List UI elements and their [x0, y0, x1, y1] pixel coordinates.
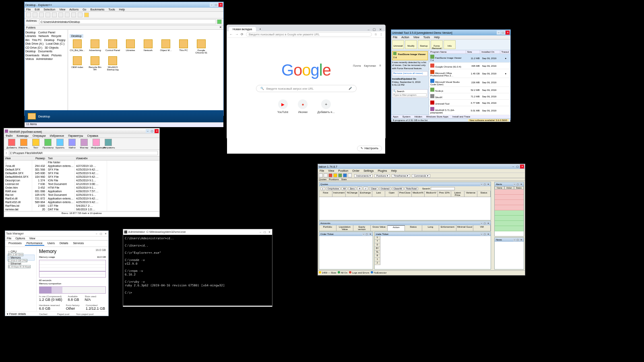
- file-row[interactable]: ..File folder: [4, 160, 159, 164]
- quotes-tool[interactable]: ✓: [363, 187, 368, 190]
- toolbar-button[interactable]: Info: [444, 40, 456, 49]
- toolbar-icon[interactable]: [343, 173, 347, 177]
- desktop-item[interactable]: Recycle Bin R4: [87, 56, 103, 71]
- side-button[interactable]: V: [375, 236, 380, 240]
- menu-item[interactable]: Install and Trace: [452, 115, 470, 118]
- toolbar-icon[interactable]: [328, 173, 332, 177]
- voice-icon[interactable]: 🎤: [349, 87, 352, 90]
- file-row[interactable]: RarExt32.dll589 864Application extens…4/…: [4, 200, 159, 204]
- col-header[interactable]: Latest Price: [451, 191, 464, 197]
- menu-item[interactable]: View: [59, 8, 65, 11]
- desktop-item[interactable]: Google Chrome 91: [194, 39, 209, 54]
- col-header[interactable]: Status: [405, 225, 422, 231]
- menu-item[interactable]: File: [320, 169, 324, 172]
- menu-item[interactable]: Options: [15, 237, 25, 240]
- address-input[interactable]: [39, 19, 216, 24]
- menu-item[interactable]: Position: [338, 169, 348, 172]
- close-button[interactable]: ✕: [103, 232, 107, 236]
- quotes-tool[interactable]: Zero: [348, 187, 356, 190]
- menu-item[interactable]: This PC: [31, 39, 42, 41]
- program-row[interactable]: FastStone Image Viewer 7.411.2 MBSep 06,…: [429, 54, 510, 63]
- close-icon[interactable]: ✕: [487, 222, 489, 225]
- toolbar-dropdown[interactable]: Timeframes ▾: [392, 174, 410, 177]
- desktop-item[interactable]: OEM index: [70, 56, 85, 71]
- forward-button[interactable]: →: [235, 33, 238, 36]
- file-row[interactable]: RarFiles.lst2 065LST File5/4/2017 2:…: [4, 204, 159, 208]
- toolbar-button[interactable]: Modify: [405, 40, 417, 49]
- back-button[interactable]: ←: [229, 33, 233, 36]
- col-name[interactable]: Имя: [4, 156, 32, 160]
- go-button[interactable]: [217, 19, 222, 24]
- side-button[interactable]: 1: [375, 258, 380, 261]
- desktop-item[interactable]: Libraries: [123, 39, 138, 54]
- max-icon[interactable]: ▢: [483, 233, 486, 236]
- col-size[interactable]: Размер: [32, 156, 47, 160]
- min-icon[interactable]: –: [362, 233, 365, 236]
- minimize-button[interactable]: –: [258, 230, 262, 234]
- menu-item[interactable]: Documents: [37, 50, 52, 53]
- close-button[interactable]: ✕: [219, 3, 223, 7]
- col-header[interactable]: Instrument: [332, 191, 346, 197]
- menu-item[interactable]: Файл: [6, 134, 12, 137]
- col-date[interactable]: Installed On: [480, 50, 500, 53]
- menu-item[interactable]: Windows Store Apps: [426, 115, 448, 118]
- file-row[interactable]: Order.htm3 452HTM File4/25/2019 9:1…: [4, 186, 159, 189]
- copy-icon[interactable]: [52, 12, 57, 17]
- side-button[interactable]: D: [375, 243, 380, 247]
- min-icon[interactable]: –: [480, 183, 483, 186]
- col-mod[interactable]: Изменён: [75, 156, 107, 160]
- desktop-item[interactable]: This PC: [176, 39, 191, 54]
- col-header[interactable]: Action: [504, 186, 514, 189]
- maximize-button[interactable]: ▢: [516, 165, 520, 169]
- menu-item[interactable]: Desktop: [25, 31, 36, 34]
- col-size[interactable]: Size: [466, 50, 480, 53]
- min-icon[interactable]: –: [480, 222, 483, 225]
- menu-item[interactable]: 3D Objects: [44, 46, 59, 49]
- cmd-output[interactable]: C:\Users\Administrator>cd.. C:\Users>cd.…: [123, 235, 272, 306]
- close-icon[interactable]: ✕: [520, 183, 522, 186]
- ntp-shortcut[interactable]: +Добавить я…: [317, 99, 335, 113]
- toolbar-dropdown[interactable]: Positions ▾: [374, 174, 390, 177]
- menu-item[interactable]: Selection: [43, 8, 55, 11]
- close-button[interactable]: ✕: [520, 165, 524, 169]
- col-header[interactable]: Fave: [319, 191, 332, 197]
- side-button[interactable]: T: [375, 240, 380, 243]
- desktop-item[interactable]: Object M...: [158, 39, 173, 54]
- col-name[interactable]: Program Name: [429, 50, 466, 53]
- maximize-button[interactable]: ▢: [263, 230, 267, 234]
- toolbar-button[interactable]: Найти: [67, 139, 77, 149]
- properties-icon[interactable]: [71, 12, 76, 17]
- col-header[interactable]: Variance: [464, 191, 478, 197]
- taskman-titlebar[interactable]: Task Manager –▢✕: [5, 231, 108, 237]
- menu-item[interactable]: Pictures: [51, 54, 62, 57]
- menu-item[interactable]: View: [413, 36, 419, 39]
- maximize-button[interactable]: ▢: [99, 232, 103, 236]
- menu-item[interactable]: Order: [352, 169, 359, 172]
- perf-category[interactable]: ○ CPU0% 2.39 GHz: [7, 249, 35, 255]
- location-tab[interactable]: Desktop: [70, 34, 83, 38]
- quotes-tool[interactable]: TicksTotal: [405, 187, 418, 190]
- max-icon[interactable]: ▢: [516, 183, 519, 186]
- program-row[interactable]: Node.js52.2 MBSep 06, 2019: [429, 87, 510, 93]
- col-header[interactable]: Action: [388, 225, 405, 231]
- minimize-button[interactable]: –: [368, 28, 369, 31]
- toolbar-button[interactable]: Добавить: [6, 139, 17, 149]
- menu-item[interactable]: File: [393, 36, 397, 39]
- col-header[interactable]: Open: [385, 191, 398, 197]
- menu-item[interactable]: Help: [391, 169, 396, 172]
- menu-item[interactable]: Music: [41, 54, 49, 57]
- file-row[interactable]: Default64.SFX345 600SFX File4/25/2019 9:…: [4, 171, 159, 175]
- quotes-search-input[interactable]: [431, 187, 455, 190]
- quotes-tool[interactable]: +: [320, 187, 325, 190]
- menu-item[interactable]: File: [7, 237, 11, 240]
- file-row[interactable]: License.txt7 636Text Document4/12/2019 3…: [4, 182, 159, 186]
- file-row[interactable]: RAR.exe601 088Application4/28/2019 7:57:…: [4, 189, 159, 193]
- program-row[interactable]: WinRAR 5.71 (64-разрядная)5.01 MBSep 06,…: [429, 106, 510, 115]
- col-header[interactable]: Portfolio: [319, 225, 336, 231]
- quotes-tool[interactable]: Ordered: [379, 187, 391, 190]
- max-icon[interactable]: ▢: [516, 239, 519, 241]
- toolbar-icon[interactable]: [338, 173, 342, 177]
- trade-titlebar[interactable]: takion 1.74.8.7 –▢✕: [318, 164, 525, 169]
- col-header[interactable]: Status: [477, 191, 491, 197]
- tab[interactable]: Performance: [25, 241, 44, 246]
